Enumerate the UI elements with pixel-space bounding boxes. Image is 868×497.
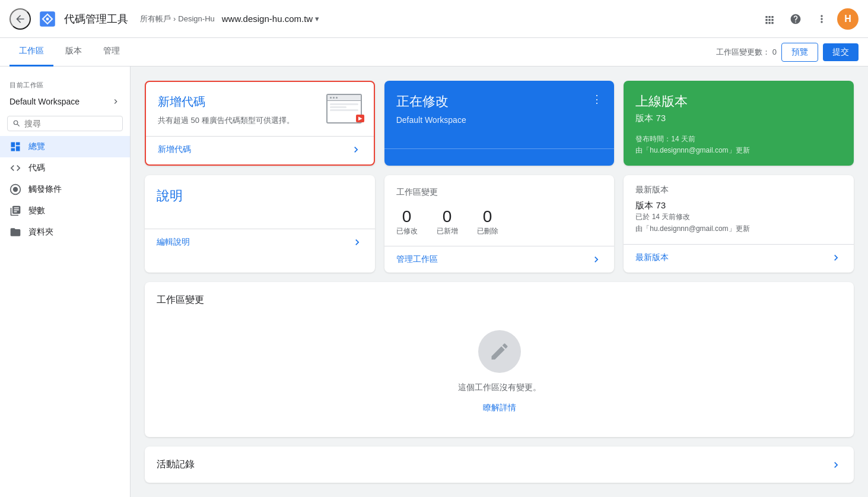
code-icon <box>9 162 21 174</box>
empty-state-icon <box>478 330 521 373</box>
preview-button[interactable]: 預覽 <box>781 43 818 62</box>
sidebar-item-folder[interactable]: 資料夾 <box>0 221 130 243</box>
editing-card: 正在修改 Default Workspace ⋮ <box>384 81 615 166</box>
new-code-title: 新增代碼 <box>158 94 294 110</box>
stat-modified-label: 已修改 <box>396 226 418 236</box>
explain-chevron-icon <box>351 236 363 248</box>
live-version-top: 上線版本 版本 73 發布時間：14 天前 由「hu.designnn@gmai… <box>624 81 854 166</box>
manage-workspace-link[interactable]: 管理工作區 <box>396 254 438 265</box>
sidebar-item-label-code: 代碼 <box>28 163 45 173</box>
editing-card-top: 正在修改 Default Workspace ⋮ <box>384 81 615 148</box>
new-code-desc: 共有超過 50 種廣告代碼類型可供選擇。 <box>158 115 294 126</box>
workspace-changes-mini-footer: 管理工作區 <box>384 246 615 273</box>
app-logo <box>38 10 57 29</box>
activity-chevron-icon[interactable] <box>830 459 842 471</box>
app-title: 代碼管理工具 <box>64 12 128 26</box>
stat-deleted: 0 已刪除 <box>477 207 498 236</box>
live-version-title: 上線版本 <box>635 93 842 110</box>
help-button[interactable] <box>785 8 806 30</box>
breadcrumb-domain: Design-Hu <box>178 14 214 23</box>
stat-modified: 0 已修改 <box>396 207 418 236</box>
live-version-number: 版本 73 <box>635 113 842 124</box>
activity-card-header: 活動記錄 <box>145 447 854 483</box>
latest-version-card: 最新版本 版本 73 已於 14 天前修改 由「hu.designnn@gmai… <box>624 175 854 273</box>
sidebar-item-overview[interactable]: 總覽 <box>0 136 130 157</box>
workspace-changes-chevron-icon <box>590 254 602 265</box>
explain-card-footer: 編輯說明 <box>145 229 375 255</box>
latest-version-link[interactable]: 最新版本 <box>635 252 669 263</box>
submit-button[interactable]: 提交 <box>823 43 859 61</box>
svg-point-5 <box>13 187 18 192</box>
edit-icon <box>489 341 510 362</box>
workspace-changes-label: 工作區變更數： 0 <box>716 47 777 58</box>
main-content: 新增代碼 共有超過 50 種廣告代碼類型可供選擇。 <box>131 67 868 497</box>
trigger-icon <box>9 183 21 195</box>
sidebar-item-trigger[interactable]: 觸發條件 <box>0 179 130 200</box>
workspace-changes-empty-text: 這個工作區沒有變更。 <box>458 382 541 393</box>
search-box[interactable] <box>7 116 123 131</box>
new-code-link[interactable]: 新增代碼 <box>158 144 191 155</box>
tab-workspace[interactable]: 工作區 <box>9 38 53 67</box>
top-cards-row: 新增代碼 共有超過 50 種廣告代碼類型可供選擇。 <box>145 81 854 166</box>
grid-button[interactable] <box>759 8 780 30</box>
editing-card-content: 正在修改 Default Workspace <box>396 93 466 125</box>
breadcrumb: 所有帳戶 › Design-Hu www.design-hu.com.tw ▾ <box>140 14 752 24</box>
latest-version-meta: 已於 14 天前修改 由「hu.designnn@gmail.com」更新 <box>635 211 842 234</box>
activity-title: 活動記錄 <box>157 458 195 471</box>
workspace-changes-wide-empty: 這個工作區沒有變更。 瞭解詳情 <box>145 306 854 437</box>
top-actions: H <box>759 8 859 30</box>
back-button[interactable] <box>9 8 31 30</box>
overview-icon <box>9 141 21 153</box>
explain-card-top: 說明 <box>145 175 375 229</box>
new-code-card-footer: 新增代碼 <box>146 136 374 163</box>
main-layout: 目前工作區 Default Workspace 總覽 代碼 <box>0 67 868 497</box>
stat-modified-num: 0 <box>396 207 418 226</box>
workspace-changes-wide-card: 工作區變更 這個工作區沒有變更。 瞭解詳情 <box>145 282 854 437</box>
nav-tabs: 工作區 版本 管理 工作區變更數： 0 預覽 提交 <box>0 38 868 67</box>
top-bar: 代碼管理工具 所有帳戶 › Design-Hu www.design-hu.co… <box>0 0 868 38</box>
tab-version[interactable]: 版本 <box>56 38 91 67</box>
tab-manage[interactable]: 管理 <box>94 38 129 67</box>
breadcrumb-url-area: www.design-hu.com.tw ▾ <box>222 14 319 24</box>
learn-more-link[interactable]: 瞭解詳情 <box>483 403 516 413</box>
editing-card-footer <box>384 148 615 163</box>
editing-more-button[interactable]: ⋮ <box>592 93 602 106</box>
svg-point-3 <box>46 17 49 20</box>
stat-deleted-num: 0 <box>477 207 498 226</box>
sidebar-item-code[interactable]: 代碼 <box>0 157 130 179</box>
sidebar-item-variable[interactable]: 變數 <box>0 200 130 221</box>
workspace-changes-mini-top: 工作區變更 0 已修改 0 已新增 0 已刪除 <box>384 175 615 246</box>
search-input[interactable] <box>24 119 117 128</box>
sidebar-section-label: 目前工作區 <box>0 76 130 92</box>
search-icon <box>12 119 21 128</box>
live-version-meta: 發布時間：14 天前 由「hu.designnn@gmail.com」更新 <box>635 134 842 156</box>
workspace-changes-mini-title: 工作區變更 <box>396 187 603 198</box>
latest-version-footer: 最新版本 <box>624 244 854 271</box>
changes-stats: 0 已修改 0 已新增 0 已刪除 <box>396 207 603 236</box>
sidebar-item-label-folder: 資料夾 <box>28 227 53 238</box>
stat-deleted-label: 已刪除 <box>477 226 498 236</box>
latest-version-section-title: 最新版本 <box>635 185 842 195</box>
stat-added-num: 0 <box>437 207 458 226</box>
stat-added-label: 已新增 <box>437 226 458 236</box>
breadcrumb-current: Design-Hu <box>178 14 214 23</box>
browser-preview-icon: ▶ <box>326 94 362 124</box>
breadcrumb-parent[interactable]: 所有帳戶 <box>140 14 171 24</box>
sidebar-item-label-overview: 總覽 <box>28 141 45 152</box>
stat-added: 0 已新增 <box>437 207 458 236</box>
live-version-card: 上線版本 版本 73 發布時間：14 天前 由「hu.designnn@gmai… <box>624 81 854 166</box>
editing-title: 正在修改 <box>396 93 466 110</box>
more-options-button[interactable] <box>811 8 832 30</box>
explain-link[interactable]: 編輯說明 <box>157 237 190 248</box>
explain-title: 說明 <box>157 187 363 205</box>
sidebar-item-label-trigger: 觸發條件 <box>28 184 62 195</box>
latest-version-number: 版本 73 <box>635 200 842 211</box>
workspace-changes-mini-card: 工作區變更 0 已修改 0 已新增 0 已刪除 <box>384 175 615 273</box>
workspace-selector-button[interactable]: Default Workspace <box>0 92 130 111</box>
account-button[interactable]: H <box>837 8 859 30</box>
explain-card: 說明 編輯說明 <box>145 175 375 273</box>
nav-right: 工作區變更數： 0 預覽 提交 <box>716 43 859 62</box>
new-code-card-top: 新增代碼 共有超過 50 種廣告代碼類型可供選擇。 <box>146 82 374 136</box>
latest-version-chevron-icon <box>830 252 842 264</box>
breadcrumb-dropdown-icon[interactable]: ▾ <box>315 14 319 23</box>
